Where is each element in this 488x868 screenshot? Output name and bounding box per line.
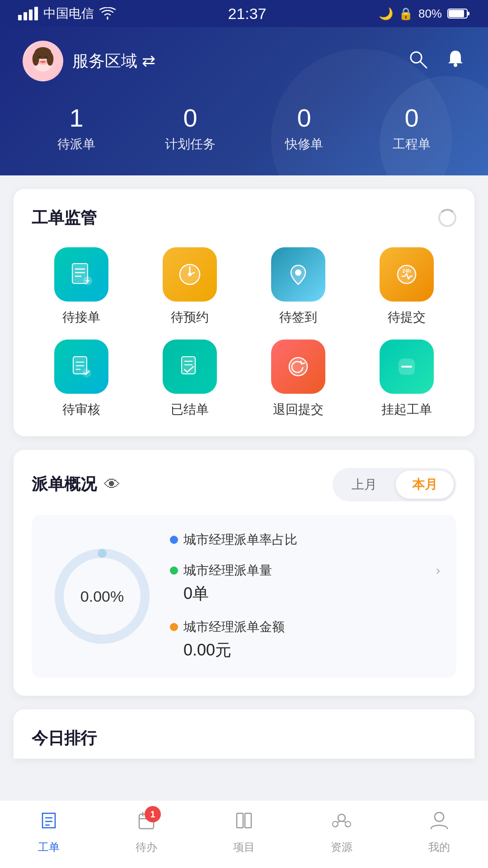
header-top: 服务区域 ⇄ bbox=[23, 41, 465, 81]
dispatch-stat-value-amount: 0.00元 bbox=[170, 639, 440, 661]
dispatch-card: 派单概况 👁 上月 本月 0.00% 城市经理派单率占比 bbox=[14, 450, 474, 696]
svg-point-14 bbox=[38, 56, 41, 59]
loading-spinner bbox=[438, 209, 456, 227]
nav-item-project[interactable]: 项目 bbox=[233, 810, 255, 854]
nav-item-pending[interactable]: 1 待办 bbox=[136, 810, 157, 854]
lock-icon: 🔒 bbox=[399, 7, 413, 21]
dispatch-stat-value-count: 0单 bbox=[170, 583, 440, 605]
svg-point-64 bbox=[435, 812, 444, 821]
dispatch-title-row: 派单概况 👁 bbox=[32, 473, 120, 495]
work-order-icon-pending_appt bbox=[163, 247, 217, 302]
avatar[interactable] bbox=[23, 41, 63, 81]
stat-quick_repair[interactable]: 0 快修单 bbox=[285, 104, 323, 153]
nav-label-workorder: 工单 bbox=[38, 840, 60, 854]
search-icon[interactable] bbox=[408, 49, 427, 73]
work-order-label-pending_accept: 待接单 bbox=[62, 309, 100, 326]
work-order-label-completed: 已结单 bbox=[171, 401, 209, 418]
header-actions bbox=[408, 49, 465, 73]
battery-percent: 80% bbox=[418, 7, 442, 21]
header: 服务区域 ⇄ 1 待派单 0 计划任务 0 bbox=[0, 27, 488, 175]
bottom-nav: 工单 1 待办 项目 资源 bbox=[0, 800, 488, 868]
svg-rect-6 bbox=[449, 10, 464, 17]
svg-point-19 bbox=[454, 63, 457, 67]
dispatch-stat-label-count: 城市经理派单量 bbox=[183, 562, 272, 579]
bottom-peek-card: 今日排行 bbox=[14, 709, 474, 759]
eye-icon[interactable]: 👁 bbox=[104, 475, 120, 494]
status-time: 21:37 bbox=[228, 5, 266, 23]
svg-rect-3 bbox=[34, 7, 38, 20]
dispatch-stat-label-rate: 城市经理派单率占比 bbox=[183, 531, 297, 548]
work-order-item-pending_accept[interactable]: 待接单 bbox=[32, 247, 131, 326]
nav-icon-mine bbox=[428, 810, 450, 836]
dot-amount bbox=[170, 623, 178, 631]
work-order-label-pending_appt: 待预约 bbox=[171, 309, 209, 326]
stat-pending_dispatch[interactable]: 1 待派单 bbox=[57, 104, 95, 153]
work-order-card: 工单监管 待接单 待预约 待签到 24h 待提交 待审核 已结单 bbox=[14, 189, 474, 436]
nav-item-resource[interactable]: 资源 bbox=[331, 810, 352, 854]
notification-icon[interactable] bbox=[446, 49, 465, 73]
dispatch-stats-card: 0.00% 城市经理派单率占比 城市经理派单量 › 0单 城市经理派单金额 bbox=[32, 515, 456, 678]
stat-number: 0 bbox=[285, 104, 323, 132]
work-order-label-returned: 退回提交 bbox=[273, 401, 324, 418]
work-order-item-pending_checkin[interactable]: 待签到 bbox=[249, 247, 348, 326]
dispatch-header: 派单概况 👁 上月 本月 bbox=[32, 468, 456, 501]
stats-row: 1 待派单 0 计划任务 0 快修单 0 工程单 bbox=[23, 104, 465, 153]
work-order-item-returned[interactable]: 退回提交 bbox=[249, 340, 348, 418]
avatar-image bbox=[24, 41, 62, 81]
nav-item-workorder[interactable]: 工单 bbox=[38, 810, 60, 854]
dispatch-stat-label-amount: 城市经理派单金额 bbox=[183, 618, 285, 636]
svg-point-13 bbox=[47, 52, 53, 66]
work-order-item-pending_review[interactable]: 待审核 bbox=[32, 340, 131, 418]
work-order-title: 工单监管 bbox=[32, 207, 97, 229]
carrier-label: 中国电信 bbox=[43, 5, 94, 22]
dot-rate bbox=[170, 536, 178, 544]
donut-chart: 0.00% bbox=[48, 542, 156, 651]
last-month-btn[interactable]: 上月 bbox=[335, 471, 393, 499]
svg-point-32 bbox=[295, 269, 301, 276]
stat-planned_tasks[interactable]: 0 计划任务 bbox=[165, 104, 216, 153]
stat-engineering[interactable]: 0 工程单 bbox=[393, 104, 431, 153]
this-month-btn[interactable]: 本月 bbox=[396, 471, 454, 499]
donut-percent: 0.00% bbox=[80, 587, 124, 605]
svg-line-18 bbox=[420, 61, 427, 68]
work-order-icon-pending_submit: 24h bbox=[380, 247, 434, 302]
nav-item-mine[interactable]: 我的 bbox=[428, 810, 450, 854]
work-order-card-header: 工单监管 bbox=[32, 207, 456, 229]
nav-label-pending: 待办 bbox=[136, 840, 157, 854]
work-order-icon-pending_accept bbox=[54, 247, 108, 302]
stat-label: 工程单 bbox=[393, 136, 431, 153]
work-order-item-suspended[interactable]: 挂起工单 bbox=[357, 340, 456, 418]
nav-icon-project bbox=[233, 810, 255, 836]
work-order-label-pending_review: 待审核 bbox=[62, 401, 100, 418]
stat-number: 0 bbox=[393, 104, 431, 132]
work-order-label-suspended: 挂起工单 bbox=[381, 401, 432, 418]
svg-line-63 bbox=[343, 821, 346, 822]
work-order-item-pending_appt[interactable]: 待预约 bbox=[140, 247, 239, 326]
work-order-icon-suspended bbox=[380, 340, 434, 394]
nav-label-resource: 资源 bbox=[331, 840, 352, 854]
svg-text:24h: 24h bbox=[403, 268, 411, 274]
wifi-icon bbox=[99, 7, 116, 20]
dispatch-stat-rate: 城市经理派单率占比 bbox=[170, 531, 440, 548]
stat-label: 计划任务 bbox=[165, 136, 216, 153]
svg-rect-1 bbox=[23, 12, 27, 20]
switch-icon[interactable]: ⇄ bbox=[142, 52, 155, 71]
signal-icon bbox=[18, 7, 38, 20]
service-area-text: 服务区域 bbox=[72, 50, 137, 72]
nav-icon-workorder bbox=[38, 810, 60, 836]
status-bar: 中国电信 21:37 🌙 🔒 80% bbox=[0, 0, 488, 27]
stat-number: 0 bbox=[165, 104, 216, 132]
dispatch-title: 派单概况 bbox=[32, 473, 97, 495]
arrow-count[interactable]: › bbox=[436, 563, 440, 578]
svg-rect-55 bbox=[237, 813, 243, 828]
svg-point-57 bbox=[338, 814, 345, 821]
svg-rect-5 bbox=[467, 12, 469, 15]
month-toggle: 上月 本月 bbox=[333, 468, 456, 501]
dispatch-right: 城市经理派单率占比 城市经理派单量 › 0单 城市经理派单金额 0.00元 bbox=[170, 531, 440, 661]
stat-label: 待派单 bbox=[57, 136, 95, 153]
user-info[interactable]: 服务区域 ⇄ bbox=[23, 41, 155, 81]
nav-icon-resource bbox=[331, 810, 352, 836]
service-area-label[interactable]: 服务区域 ⇄ bbox=[72, 50, 155, 72]
work-order-item-completed[interactable]: 已结单 bbox=[140, 340, 239, 418]
work-order-item-pending_submit[interactable]: 24h 待提交 bbox=[357, 247, 456, 326]
